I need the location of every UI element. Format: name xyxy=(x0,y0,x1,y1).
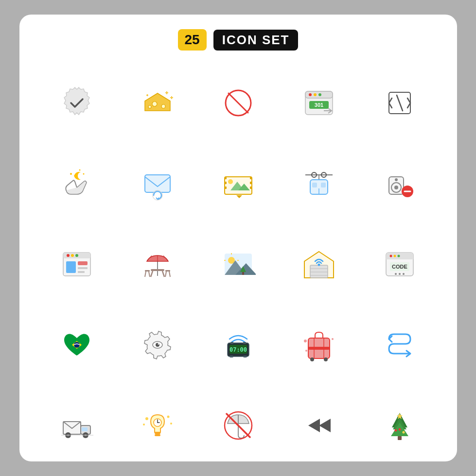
svg-text:301: 301 xyxy=(314,102,323,108)
svg-point-135 xyxy=(145,417,148,420)
svg-point-56 xyxy=(75,254,78,257)
svg-marker-37 xyxy=(236,195,242,198)
svg-rect-68 xyxy=(145,270,150,272)
svg-rect-69 xyxy=(165,270,170,272)
code-window-icon: CODE xyxy=(362,226,438,302)
main-card: 25 ICON SET xyxy=(19,15,457,461)
svg-point-149 xyxy=(402,431,405,434)
smart-garage-icon xyxy=(281,226,357,302)
svg-rect-110 xyxy=(243,342,246,344)
svg-rect-130 xyxy=(155,432,160,434)
photo-slideshow-icon xyxy=(200,146,276,221)
winding-arrows-icon xyxy=(362,307,438,383)
svg-rect-34 xyxy=(250,177,252,179)
svg-text:07:00: 07:00 xyxy=(229,346,247,353)
svg-point-138 xyxy=(170,423,172,425)
icon-grid: 301 xyxy=(39,65,438,463)
svg-point-14 xyxy=(309,93,312,96)
svg-point-24 xyxy=(79,170,80,171)
svg-rect-147 xyxy=(398,436,402,440)
cheese-icon xyxy=(120,65,195,141)
delivery-truck-icon xyxy=(39,388,115,463)
svg-point-55 xyxy=(71,254,74,257)
svg-point-54 xyxy=(67,254,70,257)
svg-rect-36 xyxy=(250,187,252,189)
webpage-icon xyxy=(39,226,115,302)
svg-point-95 xyxy=(397,255,400,257)
luggage-icon xyxy=(281,307,357,383)
svg-rect-112 xyxy=(243,356,247,357)
no-umbrella-icon xyxy=(200,388,276,463)
svg-point-148 xyxy=(394,429,397,432)
svg-point-119 xyxy=(304,340,307,342)
svg-rect-111 xyxy=(229,356,233,357)
svg-point-102 xyxy=(74,342,80,348)
number-badge: 25 xyxy=(178,29,207,51)
svg-point-94 xyxy=(393,255,396,257)
svg-point-117 xyxy=(324,357,328,361)
svg-rect-31 xyxy=(225,177,227,179)
no-sign-icon xyxy=(200,65,276,141)
svg-point-2 xyxy=(161,104,165,108)
svg-rect-109 xyxy=(230,342,233,344)
speaker-remove-icon xyxy=(362,146,438,221)
svg-line-11 xyxy=(229,93,248,113)
svg-rect-131 xyxy=(155,434,160,436)
svg-point-99 xyxy=(399,273,401,275)
hand-nature-icon xyxy=(39,146,115,221)
svg-rect-35 xyxy=(250,182,252,184)
idea-clock-icon xyxy=(120,388,195,463)
svg-line-66 xyxy=(151,271,153,277)
verified-badge-icon xyxy=(39,65,115,141)
svg-rect-65 xyxy=(151,269,164,271)
svg-point-15 xyxy=(314,93,317,96)
svg-marker-142 xyxy=(308,419,320,432)
svg-point-48 xyxy=(394,186,398,189)
svg-rect-60 xyxy=(78,271,85,273)
svg-line-70 xyxy=(145,272,146,277)
header-title: ICON SET xyxy=(213,30,299,51)
svg-point-150 xyxy=(398,428,401,431)
svg-rect-44 xyxy=(321,183,326,187)
svg-rect-43 xyxy=(312,183,317,187)
svg-point-121 xyxy=(305,350,307,352)
svg-point-100 xyxy=(403,273,405,275)
svg-point-136 xyxy=(143,424,145,425)
rewind-icon xyxy=(281,388,357,463)
svg-rect-59 xyxy=(78,267,88,269)
svg-point-30 xyxy=(228,179,233,184)
svg-line-21 xyxy=(397,95,403,111)
svg-marker-143 xyxy=(319,419,331,432)
christmas-trees-icon xyxy=(362,388,438,463)
svg-rect-83 xyxy=(242,272,244,275)
svg-point-105 xyxy=(158,343,159,345)
svg-rect-25 xyxy=(145,175,170,192)
cable-car-icon xyxy=(281,146,357,221)
svg-line-73 xyxy=(169,272,170,277)
svg-rect-124 xyxy=(82,427,88,431)
outdoor-dining-icon xyxy=(120,226,195,302)
svg-point-93 xyxy=(389,255,392,257)
svg-rect-118 xyxy=(308,347,330,350)
svg-rect-57 xyxy=(66,261,76,273)
svg-point-23 xyxy=(83,173,84,175)
svg-line-72 xyxy=(165,272,166,277)
svg-line-71 xyxy=(149,272,150,277)
svg-point-49 xyxy=(395,178,398,181)
email-refresh-icon xyxy=(120,146,195,221)
header: 25 ICON SET xyxy=(178,29,299,51)
mountain-landscape-icon xyxy=(200,226,276,302)
svg-point-120 xyxy=(332,338,334,340)
svg-rect-85 xyxy=(310,265,328,278)
301-redirect-icon: 301 xyxy=(281,65,357,141)
svg-point-89 xyxy=(317,264,320,266)
svg-point-16 xyxy=(318,93,321,96)
gear-eye-icon xyxy=(120,307,195,383)
svg-point-1 xyxy=(152,102,157,106)
svg-line-67 xyxy=(162,271,164,277)
svg-text:CODE: CODE xyxy=(392,264,407,270)
svg-point-137 xyxy=(167,416,169,418)
script-code-icon xyxy=(362,65,438,141)
svg-rect-58 xyxy=(78,261,88,265)
wifi-alarm-clock-icon: 07:00 xyxy=(200,307,276,383)
